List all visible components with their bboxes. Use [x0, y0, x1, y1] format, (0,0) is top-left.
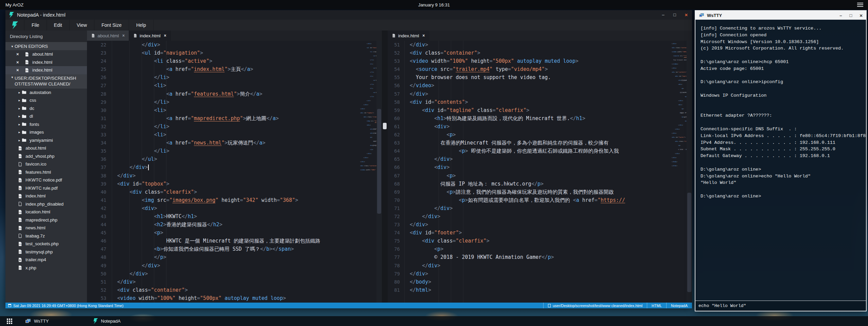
- task-item-wstty[interactable]: WsTTY: [19, 316, 87, 326]
- code-line[interactable]: <img src="images/box.png" height="342" w…: [117, 196, 360, 204]
- code-line[interactable]: </div>: [410, 220, 672, 229]
- code-lines[interactable]: </div><div class="container"><video widt…: [405, 41, 672, 303]
- code-line[interactable]: </div>: [117, 172, 360, 180]
- tree-folder-dc[interactable]: ▸dc: [5, 104, 87, 113]
- code-area[interactable]: </div> <ul id="navigation"> <li class="a…: [112, 41, 360, 303]
- tree-file-trailer.mp4[interactable]: trailer.mp4: [5, 256, 87, 264]
- code-line[interactable]: </li>: [117, 147, 360, 155]
- tree-file-HKWTC rule.pdf[interactable]: AHKWTC rule.pdf: [5, 184, 87, 192]
- hamburger-menu-icon[interactable]: [857, 3, 863, 7]
- code-line[interactable]: </div>: [410, 41, 672, 49]
- code-line[interactable]: HKWTC 是一個 Minecraft 的建築伺服器，主要建築計劃包括鐵路: [117, 237, 360, 245]
- open-editor-index.html[interactable]: ×<>index.html: [5, 58, 87, 66]
- code-line[interactable]: <a href="news.html">玩家傳送門</a>: [117, 139, 360, 147]
- code-line[interactable]: <a href="mapredirect.php">網上地圖</a>: [117, 114, 360, 122]
- tree-file-location.html[interactable]: <>location.html: [5, 208, 87, 216]
- task-item-notepada[interactable]: NotepadA: [87, 316, 155, 326]
- code-line[interactable]: <div id="footer">: [410, 229, 672, 237]
- maximize-button[interactable]: □: [669, 10, 680, 20]
- code-line[interactable]: <h1>特別為建築及鐵路而設，現代化的 Minecraft 世界.</h1>: [410, 114, 672, 122]
- code-line[interactable]: <p>如有問題或需要申請白名單，歡迎加入我們的 <a href="https:/…: [410, 196, 672, 204]
- code-line[interactable]: </div>: [410, 155, 672, 163]
- code-area[interactable]: </div><div class="container"><video widt…: [405, 41, 672, 303]
- menu-edit[interactable]: Edit: [47, 20, 70, 31]
- minimize-button[interactable]: –: [839, 13, 842, 18]
- close-icon[interactable]: ×: [122, 33, 125, 38]
- pane-divider[interactable]: [382, 31, 388, 303]
- statusbar-language-label[interactable]: HTML: [647, 303, 666, 308]
- tree-file-mapredirect.php[interactable]: <>mapredirect.php: [5, 216, 87, 224]
- scrollbar-thumb[interactable]: [687, 193, 691, 292]
- aroz-brand-label[interactable]: My ArOZ: [0, 2, 23, 7]
- tree-file-favicon.ico[interactable]: favicon.ico: [5, 160, 87, 168]
- tree-section-open-editors[interactable]: ▾OPEN EDITORS: [5, 42, 87, 50]
- code-line[interactable]: </div>: [117, 262, 360, 270]
- wstty-titlebar[interactable]: WsTTY – □ ×: [695, 11, 866, 20]
- menu-file[interactable]: File: [24, 20, 47, 31]
- close-icon[interactable]: ×: [16, 60, 24, 65]
- code-line[interactable]: <video width="100%" height="500px" autop…: [410, 57, 672, 65]
- tree-folder-css[interactable]: ▸css: [5, 96, 87, 104]
- tree-folder-dl[interactable]: ▸dl: [5, 112, 87, 120]
- code-line[interactable]: </div>: [117, 163, 360, 171]
- tree-folder-images[interactable]: ▸images: [5, 128, 87, 136]
- code-line[interactable]: </div>: [410, 212, 672, 220]
- tree-file-news.html[interactable]: <>news.html: [5, 224, 87, 232]
- code-line[interactable]: <video width="100%" height="500px" autop…: [117, 294, 360, 302]
- scrollbar[interactable]: [687, 41, 692, 303]
- code-line[interactable]: © 2018 - 2019 HKWTC Animation Gamer</p>: [410, 253, 672, 261]
- code-line[interactable]: <div id="contents">: [410, 98, 672, 106]
- code-line[interactable]: <li>: [117, 81, 360, 90]
- tab-about.html[interactable]: <>about.html×: [87, 31, 129, 41]
- code-line[interactable]: <div class="clearfix">: [117, 188, 360, 196]
- notepada-titlebar[interactable]: NotepadA - index.html – □ ×: [5, 10, 692, 20]
- code-line[interactable]: <div>: [410, 122, 672, 131]
- code-line[interactable]: <p>請注意，我們的伺服器為確保玩家及遊玩時的質素，我們對的服器開啟: [410, 188, 672, 196]
- code-line[interactable]: Your browser does not support the video …: [410, 73, 672, 81]
- menu-view[interactable]: View: [70, 20, 94, 31]
- minimize-button[interactable]: –: [657, 10, 669, 20]
- code-line[interactable]: </body>: [410, 278, 672, 286]
- code-line[interactable]: <li>: [117, 131, 360, 139]
- close-icon[interactable]: ×: [16, 68, 24, 73]
- code-line[interactable]: <li class="active">: [117, 57, 360, 65]
- code-line[interactable]: <h1>HKWTC</h1>: [117, 212, 360, 220]
- close-button[interactable]: ×: [680, 10, 692, 20]
- code-line[interactable]: <a href="index.html">主頁</a>: [117, 65, 360, 73]
- tree-file-index.php_disabled[interactable]: index.php_disabled: [5, 200, 87, 208]
- code-line[interactable]: </li>: [117, 122, 360, 131]
- terminal-output[interactable]: [info] Conencting to arozos WsTTY servic…: [695, 20, 866, 301]
- code-line[interactable]: </video>: [410, 81, 672, 90]
- code-line[interactable]: </ul>: [117, 155, 360, 163]
- code-line[interactable]: <div>: [410, 163, 672, 171]
- open-editor-index.html[interactable]: ×<>index.html: [5, 66, 87, 74]
- code-line[interactable]: </div>: [117, 41, 360, 49]
- tree-file-testmysql.php[interactable]: <>testmysql.php: [5, 248, 87, 256]
- code-line[interactable]: <b>你知道我們全線伺服器已轉用 SSD 了嗎？</b></span>: [117, 245, 360, 253]
- code-line[interactable]: <p>: [410, 245, 672, 253]
- tree-file-test_sockets.php[interactable]: <>test_sockets.php: [5, 240, 87, 248]
- tree-file-x.php[interactable]: <>x.php: [5, 264, 87, 272]
- code-line[interactable]: </div>: [410, 262, 672, 270]
- open-editor-about.html[interactable]: ×<>about.html: [5, 50, 87, 58]
- code-line[interactable]: <h2>香港的建築伺服器</h2>: [117, 220, 360, 229]
- code-line[interactable]: </li>: [117, 98, 360, 106]
- code-line[interactable]: <p> 即使你不是建築師，你也能透過紅石師或鐵路工程師的身份加入我: [410, 147, 672, 155]
- code-line[interactable]: </li>: [117, 73, 360, 81]
- close-icon[interactable]: ×: [16, 52, 24, 57]
- statusbar-filepath-label[interactable]: user/Desktop/screenshot/test/www cleaned…: [553, 304, 642, 308]
- tab-index.html[interactable]: <>index.html×: [388, 31, 429, 41]
- code-line[interactable]: <a href="features.html">簡介</a>: [117, 90, 360, 98]
- code-lines[interactable]: </div> <ul id="navigation"> <li class="a…: [112, 41, 360, 303]
- tree-folder-fonts[interactable]: ▸fonts: [5, 120, 87, 129]
- tree-section-folder-path[interactable]: ▾USER:/DESKTOP/SCREENSHOT/TEST/WWW CLEAN…: [5, 74, 87, 89]
- tree-file-teabag.7z[interactable]: teabag.7z: [5, 232, 87, 240]
- code-line[interactable]: <li>: [117, 106, 360, 114]
- tree-file-features.html[interactable]: <>features.html: [5, 168, 87, 176]
- menu-font-size[interactable]: Font Size: [94, 20, 129, 31]
- tab-index.html[interactable]: <>index.html×: [129, 31, 171, 41]
- code-line[interactable]: 伺服器 IP 地址為： mcs.hkwtc.org</p>: [410, 180, 672, 188]
- code-line[interactable]: </p>: [117, 253, 360, 261]
- code-line[interactable]: <div id="topbox">: [117, 180, 360, 188]
- code-line[interactable]: <div id="tagline" class="clearfix">: [410, 106, 672, 114]
